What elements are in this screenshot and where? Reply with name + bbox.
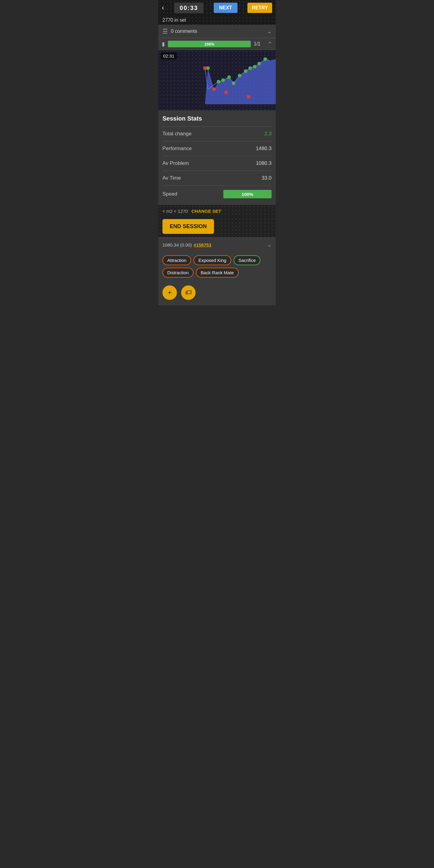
stat-label-av-time: Av Time (162, 175, 181, 181)
stat-row-total-change: Total change 2.3 (162, 126, 272, 141)
svg-point-14 (224, 90, 228, 94)
svg-point-11 (264, 57, 267, 61)
stat-label-speed: Speed (162, 191, 177, 197)
stat-row-speed: Speed 100% (162, 185, 272, 203)
stat-value-total-change: 2.3 (264, 131, 272, 137)
comments-chevron-down-icon[interactable]: ⌄ (267, 28, 272, 35)
filter-row: < m2 < 1270 CHANGE SET (158, 205, 276, 217)
tag-back-rank-mate[interactable]: Back Rank Mate (196, 268, 239, 278)
fab-row: + 🏷 (158, 281, 276, 305)
stat-label-av-problem: Av Problem (162, 160, 189, 166)
progress-bar: 100% (168, 41, 251, 47)
svg-point-13 (212, 87, 216, 91)
svg-point-12 (203, 66, 207, 70)
svg-point-10 (257, 62, 261, 65)
stat-label-total-change: Total change (162, 131, 191, 137)
progress-fraction: 1/1 (254, 41, 265, 47)
progress-bar-fill: 100% (168, 41, 251, 47)
svg-point-3 (221, 79, 225, 82)
problem-chevron-down-icon[interactable]: ⌄ (267, 241, 272, 248)
tag-exposed-king[interactable]: Exposed King (193, 255, 231, 265)
svg-point-6 (238, 74, 241, 78)
set-info: 2770 in set (158, 16, 276, 25)
chart-time-label: 02:31 (161, 53, 177, 59)
progress-percent-label: 100% (204, 42, 214, 46)
end-session-row: END SESSION (158, 217, 276, 238)
comments-count: 0 comments (171, 29, 197, 34)
end-session-button[interactable]: END SESSION (162, 219, 214, 234)
comments-row[interactable]: ☰ 0 comments ⌄ (158, 25, 276, 38)
problem-rating: 1080.34 (0.00) (162, 242, 192, 247)
stat-row-performance: Performance 1480.3 (162, 141, 272, 156)
svg-point-15 (247, 95, 250, 98)
header: ‹ 00:33 NEXT RETRY (158, 0, 276, 16)
stat-value-av-problem: 1080.3 (256, 160, 272, 166)
speed-value: 100% (242, 192, 253, 197)
add-fab-button[interactable]: + (162, 285, 177, 300)
stat-row-av-problem: Av Problem 1080.3 (162, 156, 272, 170)
comment-icon: ☰ (162, 28, 168, 35)
speed-bar: 100% (223, 190, 272, 198)
svg-point-4 (227, 75, 231, 79)
change-set-button[interactable]: CHANGE SET (191, 209, 221, 214)
tag-fab-button[interactable]: 🏷 (181, 285, 195, 300)
timer-display: 00:33 (174, 3, 204, 13)
svg-marker-0 (205, 59, 276, 104)
progress-chevron-up-icon[interactable]: ⌃ (268, 41, 272, 47)
problem-row: 1080.34 (0.00) #158753 ⌄ (158, 238, 276, 252)
svg-point-8 (248, 66, 252, 70)
back-button[interactable]: ‹ (162, 4, 164, 12)
chart-area: 02:31 (158, 50, 276, 110)
stats-title: Session Stats (162, 115, 272, 122)
next-button[interactable]: NEXT (214, 3, 238, 13)
tag-distraction[interactable]: Distraction (162, 268, 193, 278)
svg-point-7 (244, 69, 247, 73)
progress-row: ▮ 100% 1/1 ⌃ (158, 38, 276, 50)
tag-attraction[interactable]: Attraction (162, 255, 191, 265)
stats-panel: Session Stats Total change 2.3 Performan… (158, 110, 276, 205)
stat-value-av-time: 33.0 (261, 175, 272, 181)
problem-info: 1080.34 (0.00) #158753 (162, 242, 211, 247)
retry-button[interactable]: RETRY (247, 3, 272, 13)
bar-chart-icon: ▮ (162, 41, 165, 47)
stat-row-av-time: Av Time 33.0 (162, 170, 272, 185)
stat-label-performance: Performance (162, 146, 192, 152)
tag-sacrifice[interactable]: Sacrifice (234, 255, 261, 265)
comments-left: ☰ 0 comments (162, 28, 197, 35)
svg-point-9 (253, 65, 256, 68)
filter-text: < m2 < 1270 (162, 209, 188, 214)
svg-point-2 (217, 80, 220, 84)
tags-area: Attraction Exposed King Sacrifice Distra… (158, 252, 276, 281)
stat-value-performance: 1480.3 (256, 146, 272, 152)
problem-link[interactable]: #158753 (194, 242, 211, 247)
set-info-text: 2770 in set (162, 18, 186, 23)
svg-point-5 (232, 82, 236, 85)
